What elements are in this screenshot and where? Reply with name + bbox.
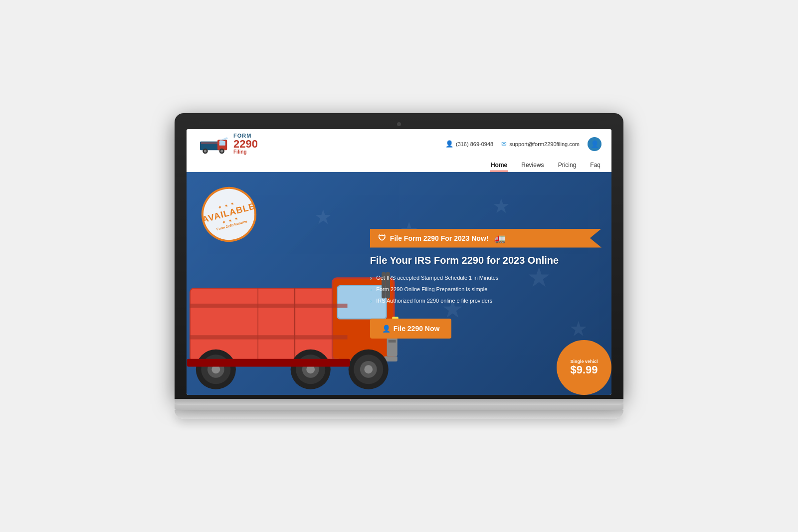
feature-item-1: › Get IRS accepted Stamped Schedule 1 in… (370, 274, 601, 282)
arrow-icon-3: › (370, 297, 372, 305)
feature-text-1: Get IRS accepted Stamped Schedule 1 in M… (376, 275, 498, 281)
website-content: FORM 2290 Filing 👤 (316) 869-0948 (187, 129, 611, 395)
pricing-badge: Single vehicl $9.99 (557, 340, 611, 395)
svg-point-5 (204, 150, 206, 152)
phone-icon: 👤 (445, 140, 453, 148)
logo-filing-text: Filing (233, 150, 258, 155)
laptop-lid: FORM 2290 Filing 👤 (316) 869-0948 (175, 113, 623, 399)
nav-reviews[interactable]: Reviews (520, 160, 545, 172)
arrow-icon-2: › (370, 286, 372, 293)
banner-text: File Form 2290 For 2023 Now! (390, 234, 489, 242)
laptop-foot (175, 410, 623, 419)
svg-rect-3 (201, 142, 220, 144)
feature-item-2: › Form 2290 Online Filing Preparation is… (370, 286, 601, 293)
hero-features-list: › Get IRS accepted Stamped Schedule 1 in… (370, 274, 601, 309)
laptop-hinge (175, 399, 623, 405)
truck-icon: 🚛 (494, 233, 505, 244)
laptop-frame: FORM 2290 Filing 👤 (316) 869-0948 (175, 113, 623, 419)
cta-label: File 2290 Now (394, 325, 440, 333)
email-address: support@form2290filing.com (509, 141, 580, 147)
svg-rect-40 (187, 358, 350, 366)
svg-rect-2 (219, 141, 225, 146)
feature-text-3: IRS Authorized form 2290 online e file p… (376, 298, 492, 304)
logo-truck-icon (197, 134, 231, 155)
site-header: FORM 2290 Filing 👤 (316) 869-0948 (187, 129, 611, 172)
laptop-reflection (175, 410, 623, 420)
feature-item-3: › IRS Authorized form 2290 online e file… (370, 297, 601, 305)
laptop-camera (397, 122, 401, 126)
email-icon: ✉ (501, 140, 507, 148)
svg-rect-23 (190, 335, 347, 339)
pricing-price-text: $9.99 (570, 364, 598, 375)
phone-contact: 👤 (316) 869-0948 (445, 140, 493, 148)
laptop-base (175, 399, 623, 410)
main-nav: Home Reviews Pricing Faq (197, 157, 601, 172)
nav-pricing[interactable]: Pricing (557, 160, 578, 172)
header-top: FORM 2290 Filing 👤 (316) 869-0948 (197, 129, 601, 157)
user-icon: 👤 (591, 140, 599, 148)
logo-area: FORM 2290 Filing (197, 133, 258, 155)
email-contact: ✉ support@form2290filing.com (501, 140, 580, 148)
hero-title: File Your IRS Form 2290 for 2023 Online (370, 255, 601, 266)
shield-icon: 🛡 (378, 234, 386, 243)
arrow-icon-1: › (370, 274, 372, 282)
file-banner: 🛡 File Form 2290 For 2023 Now! 🚛 (370, 229, 601, 248)
user-account-button[interactable]: 👤 (588, 137, 601, 151)
person-icon: 👤 (382, 325, 391, 333)
hero-section: ★ ★ ★ ★ ★ ★ ★ ★ ★ ★ ★ ★ AVAILABLE (187, 172, 611, 395)
nav-home[interactable]: Home (490, 160, 508, 172)
svg-rect-22 (190, 303, 347, 307)
svg-point-7 (220, 150, 223, 152)
logo-2290-text: 2290 (233, 139, 258, 150)
phone-number: (316) 869-0948 (456, 141, 493, 147)
nav-faq[interactable]: Faq (589, 160, 601, 172)
logo-text: FORM 2290 Filing (233, 133, 258, 155)
file-now-button[interactable]: 👤 File 2290 Now (370, 319, 452, 339)
feature-text-2: Form 2290 Online Filing Preparation is s… (376, 286, 487, 292)
header-contact: 👤 (316) 869-0948 ✉ support@form2290filin… (445, 137, 601, 151)
laptop-screen: FORM 2290 Filing 👤 (316) 869-0948 (187, 129, 611, 395)
